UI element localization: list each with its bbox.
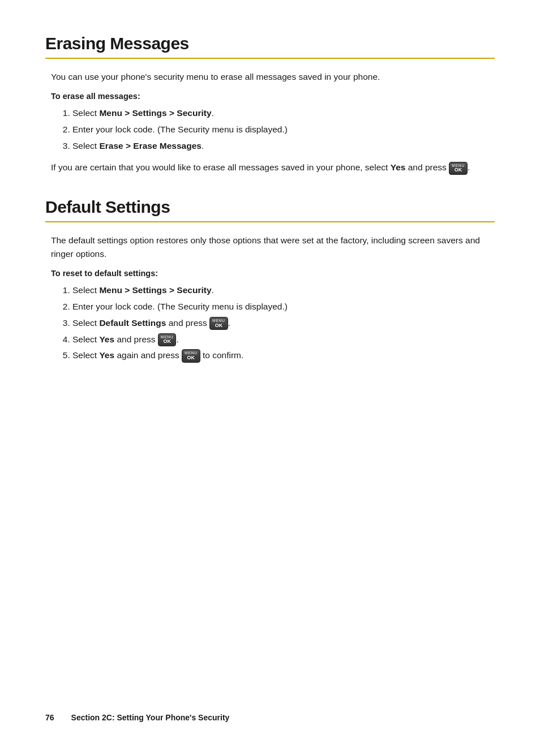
default-settings-steps: Select Menu > Settings > Security. Enter… <box>51 284 495 363</box>
ds-step3-bold: Default Settings <box>99 318 166 328</box>
erasing-messages-section: Erasing Messages You can use your phone'… <box>45 34 495 175</box>
default-settings-body: The default settings option restores onl… <box>45 234 495 363</box>
step1-bold: Menu > Settings > Security <box>99 108 211 118</box>
erasing-messages-note: If you are certain that you would like t… <box>51 161 495 175</box>
note-yes-bold: Yes <box>391 162 406 172</box>
erasing-messages-body: You can use your phone's security menu t… <box>45 70 495 175</box>
erasing-messages-title: Erasing Messages <box>45 34 495 53</box>
list-item: Select Menu > Settings > Security. <box>72 284 495 298</box>
ds-step4-bold: Yes <box>99 334 114 344</box>
ok-label: OK <box>185 355 198 361</box>
default-settings-section: Default Settings The default settings op… <box>45 197 495 363</box>
list-item: Select Default Settings and press MENU O… <box>72 316 495 330</box>
list-item: Select Erase > Erase Messages. <box>72 139 495 153</box>
erasing-messages-intro: You can use your phone's security menu t… <box>51 70 495 84</box>
list-item: Select Yes again and press MENU OK to co… <box>72 349 495 363</box>
ds-step1-bold: Menu > Settings > Security <box>99 285 211 295</box>
step3-bold: Erase > Erase Messages <box>99 141 202 151</box>
default-settings-title: Default Settings <box>45 197 495 217</box>
erasing-messages-subheading: To erase all messages: <box>51 92 495 101</box>
erasing-messages-steps: Select Menu > Settings > Security. Enter… <box>51 106 495 153</box>
ok-button-icon: MENU OK <box>449 162 468 175</box>
list-item: Select Menu > Settings > Security. <box>72 106 495 121</box>
list-item: Select Yes and press MENU OK . <box>72 333 495 347</box>
default-settings-subheading: To reset to default settings: <box>51 269 495 278</box>
ok-label: OK <box>161 339 174 345</box>
default-settings-intro: The default settings option restores onl… <box>51 234 495 261</box>
footer-page-number: 76 <box>45 713 54 722</box>
ok-label: OK <box>212 323 225 329</box>
list-item: Enter your lock code. (The Security menu… <box>72 123 495 137</box>
ok-button-icon: MENU OK <box>158 333 177 347</box>
list-item: Enter your lock code. (The Security menu… <box>72 300 495 314</box>
default-settings-divider <box>45 221 495 222</box>
erasing-messages-divider <box>45 58 495 59</box>
ds-step5-bold: Yes <box>99 350 114 360</box>
ok-button-icon: MENU OK <box>209 317 228 330</box>
ok-button-icon: MENU OK <box>182 349 200 363</box>
ok-label: OK <box>452 167 465 173</box>
footer: 76 Section 2C: Setting Your Phone's Secu… <box>45 713 495 722</box>
footer-section-text: Section 2C: Setting Your Phone's Securit… <box>71 713 230 722</box>
